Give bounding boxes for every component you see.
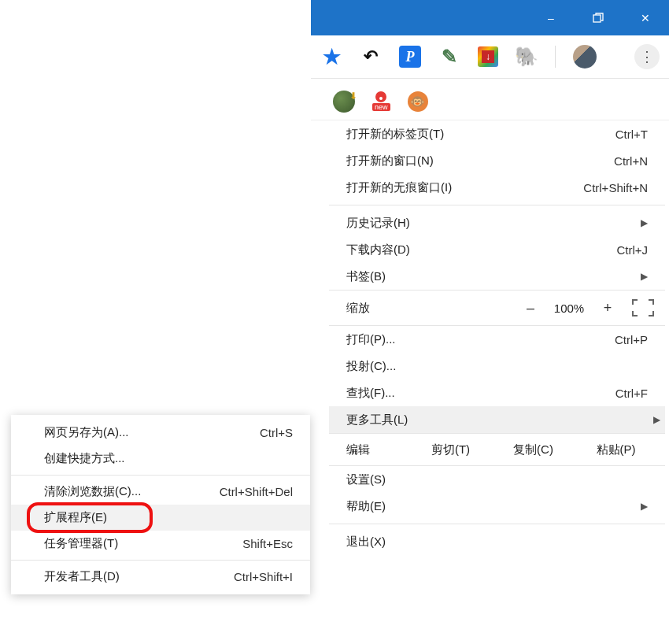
submenu-clear-data[interactable]: 清除浏览数据(C)...Ctrl+Shift+Del [11, 479, 310, 505]
chevron-right-icon: ▶ [641, 217, 648, 228]
menu-new-window[interactable]: 打开新的窗口(N)Ctrl+N [329, 147, 665, 174]
toolbar-separator [555, 46, 556, 68]
extensions-row: new [311, 83, 669, 120]
menu-find[interactable]: 查找(F)...Ctrl+F [329, 379, 665, 406]
zoom-value: 100% [545, 302, 593, 315]
fullscreen-button[interactable] [632, 299, 654, 316]
menu-bookmarks[interactable]: 书签(B)▶ [329, 263, 665, 290]
evernote-extension-icon[interactable]: 🐘 [516, 46, 538, 68]
tampermonkey-extension-icon[interactable] [408, 91, 428, 112]
submenu-separator [11, 475, 310, 476]
chevron-right-icon: ▶ [641, 271, 648, 282]
more-menu-button[interactable]: ⋮ [634, 44, 660, 69]
submenu-save-as[interactable]: 网页另存为(A)...Ctrl+S [11, 420, 310, 446]
menu-incognito[interactable]: 打开新的无痕窗口(I)Ctrl+Shift+N [329, 174, 665, 201]
zoom-label: 缩放 [346, 301, 370, 316]
bookmark-star-icon[interactable]: ★ [320, 46, 342, 68]
submenu-task-manager[interactable]: 任务管理器(T)Shift+Esc [11, 531, 310, 557]
menu-separator [329, 205, 665, 205]
menu-settings[interactable]: 设置(S) [329, 466, 665, 493]
window-maximize-button[interactable] [575, 0, 622, 35]
window-close-button[interactable]: ✕ [622, 0, 669, 35]
download-extension-icon[interactable]: ↓ [478, 46, 498, 67]
menu-more-tools[interactable]: 更多工具(L)▶ [329, 406, 665, 433]
new-extension-icon[interactable]: new [372, 91, 390, 111]
leaf-extension-icon[interactable]: ✎ [438, 46, 460, 68]
submenu-extensions[interactable]: 扩展程序(E) [11, 505, 310, 531]
submenu-dev-tools[interactable]: 开发者工具(D)Ctrl+Shift+I [11, 564, 310, 590]
menu-help[interactable]: 帮助(E)▶ [329, 493, 665, 520]
chevron-right-icon: ▶ [641, 501, 648, 512]
menu-zoom: 缩放 – 100% + [329, 290, 665, 326]
window-minimize-button[interactable]: – [527, 0, 575, 35]
zoom-in-button[interactable]: + [593, 300, 623, 316]
svg-rect-0 [593, 15, 601, 22]
submenu-create-shortcut[interactable]: 创建快捷方式... [11, 446, 310, 472]
p-extension-icon[interactable]: P [399, 46, 421, 68]
more-tools-submenu: 网页另存为(A)...Ctrl+S 创建快捷方式... 清除浏览数据(C)...… [11, 415, 310, 594]
browser-toolbar: ★ ↶ P ✎ ↓ 🐘 ⋮ [311, 35, 669, 79]
edit-label: 编辑 [346, 442, 409, 457]
menu-history[interactable]: 历史记录(H)▶ [329, 209, 665, 236]
menu-print[interactable]: 打印(P)...Ctrl+P [329, 326, 665, 353]
chevron-right-icon: ▶ [653, 414, 660, 425]
idm-extension-icon[interactable] [333, 91, 355, 113]
menu-new-tab[interactable]: 打开新的标签页(T)Ctrl+T [329, 120, 665, 147]
edit-cut[interactable]: 剪切(T) [409, 442, 492, 457]
edit-copy[interactable]: 复制(C) [492, 442, 575, 457]
edit-paste[interactable]: 粘贴(P) [575, 442, 657, 457]
undo-icon[interactable]: ↶ [360, 46, 382, 68]
zoom-out-button[interactable]: – [516, 300, 545, 316]
menu-exit[interactable]: 退出(X) [329, 528, 665, 555]
menu-downloads[interactable]: 下载内容(D)Ctrl+J [329, 236, 665, 263]
menu-edit: 编辑 剪切(T) 复制(C) 粘贴(P) [329, 433, 665, 466]
profile-avatar[interactable] [573, 45, 597, 68]
window-titlebar: – ✕ [311, 0, 669, 35]
chrome-main-menu: 打开新的标签页(T)Ctrl+T 打开新的窗口(N)Ctrl+N 打开新的无痕窗… [329, 120, 665, 555]
menu-cast[interactable]: 投射(C)... [329, 353, 665, 379]
submenu-separator [11, 560, 310, 561]
menu-separator [329, 524, 665, 524]
